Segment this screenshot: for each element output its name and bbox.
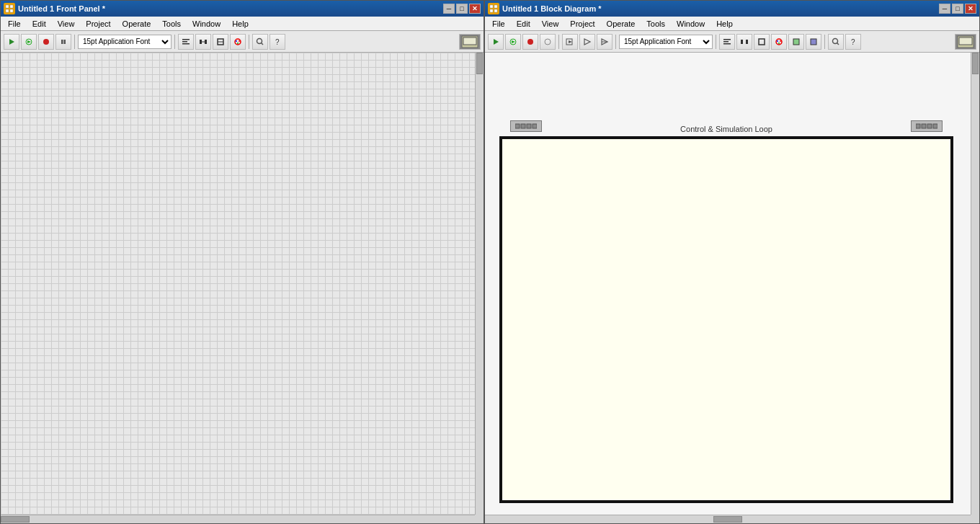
block-diagram-window: Untitled 1 Block Diagram * ─ □ ✕ File Ed…	[484, 0, 980, 524]
bd-search-button[interactable]	[828, 34, 844, 50]
bd-help-button[interactable]: ?	[845, 34, 861, 50]
bd-pause-button[interactable]	[540, 34, 556, 50]
svg-marker-31	[494, 39, 499, 45]
svg-rect-65	[933, 124, 937, 128]
pause-button[interactable]	[55, 34, 71, 50]
bd-menu-tools[interactable]: Tools	[642, 19, 669, 29]
bd-menu-help[interactable]: Help	[712, 19, 737, 29]
block-diagram-title-bar: Untitled 1 Block Diagram * ─ □ ✕	[485, 1, 979, 17]
simulation-loop-label: Control & Simulation Loop	[499, 125, 953, 133]
run-button[interactable]	[4, 34, 19, 50]
svg-rect-9	[64, 40, 66, 44]
svg-text:?: ?	[275, 38, 280, 46]
bd-align-button[interactable]	[719, 34, 735, 50]
bd-menu-file[interactable]: File	[488, 19, 509, 29]
svg-rect-63	[922, 124, 926, 128]
search-button[interactable]	[252, 34, 268, 50]
front-panel-window: Untitled 1 Front Panel * ─ □ ✕ File Edit…	[0, 0, 484, 524]
menu-edit[interactable]: Edit	[28, 19, 50, 29]
block-diagram-title: Untitled 1 Block Diagram *	[502, 4, 936, 13]
front-panel-title-bar: Untitled 1 Front Panel * ─ □ ✕	[1, 1, 484, 17]
svg-rect-45	[746, 40, 748, 44]
bd-color-button[interactable]	[771, 34, 787, 50]
svg-rect-26	[463, 37, 476, 45]
bd-font-selector[interactable]: 15pt Application Font	[619, 35, 713, 49]
bd-menu-operate[interactable]: Operate	[602, 19, 640, 29]
bd-scrollbar-v-thumb[interactable]	[972, 53, 979, 74]
bd-stop-button[interactable]	[522, 34, 538, 50]
diagram-icon-btn[interactable]	[459, 34, 481, 50]
bd-distribute-button[interactable]	[736, 34, 752, 50]
front-panel-menu-bar: File Edit View Project Operate Tools Win…	[1, 17, 484, 31]
menu-tools[interactable]: Tools	[158, 19, 185, 29]
bd-close-button[interactable]: ✕	[965, 4, 976, 14]
bd-menu-view[interactable]: View	[538, 19, 564, 29]
bd-step-into-button[interactable]	[579, 34, 595, 50]
menu-project[interactable]: Project	[81, 19, 115, 29]
bd-menu-edit[interactable]: Edit	[512, 19, 535, 29]
run-continuously-button[interactable]	[21, 34, 37, 50]
front-panel-window-controls: ─ □ ✕	[443, 4, 481, 14]
svg-text:?: ?	[851, 38, 855, 46]
svg-rect-59	[521, 124, 525, 128]
bd-menu-window[interactable]: Window	[672, 19, 709, 29]
menu-operate[interactable]: Operate	[118, 19, 156, 29]
top-left-terminal[interactable]	[510, 120, 542, 132]
menu-help[interactable]: Help	[228, 19, 253, 29]
bd-scrollbar-h-thumb[interactable]	[713, 516, 742, 523]
bd-run-button[interactable]	[488, 34, 504, 50]
svg-line-54	[837, 43, 839, 45]
block-diagram-menu-bar: File Edit View Project Operate Tools Win…	[485, 17, 979, 31]
svg-rect-58	[515, 124, 520, 128]
svg-point-35	[545, 39, 551, 45]
bd-minimize-button[interactable]: ─	[939, 4, 950, 14]
menu-file[interactable]: File	[4, 19, 25, 29]
align-button[interactable]	[178, 34, 194, 50]
stop-button[interactable]	[38, 34, 54, 50]
svg-rect-51	[793, 39, 799, 45]
svg-point-48	[777, 40, 778, 42]
bd-extra1-button[interactable]	[788, 34, 804, 50]
help-button[interactable]: ?	[270, 34, 285, 50]
svg-rect-0	[6, 5, 9, 8]
svg-rect-46	[759, 39, 765, 45]
bd-run-continuously-button[interactable]	[505, 34, 521, 50]
scrollbar-v-thumb[interactable]	[476, 53, 483, 74]
front-panel-toolbar: 15pt Application Font ?	[1, 31, 484, 53]
menu-view[interactable]: View	[53, 19, 79, 29]
svg-rect-41	[723, 39, 731, 40]
minimize-button[interactable]: ─	[443, 4, 455, 14]
font-selector[interactable]: 15pt Application Font	[78, 35, 172, 49]
bd-menu-project[interactable]: Project	[566, 19, 599, 29]
bd-scrollbar-v[interactable]	[971, 53, 979, 515]
svg-rect-64	[927, 124, 932, 128]
resize-button[interactable]	[213, 34, 228, 50]
svg-line-23	[262, 43, 264, 45]
bd-step-button[interactable]	[562, 34, 578, 50]
toolbar-sep-3	[249, 35, 249, 49]
bd-resize-button[interactable]	[754, 34, 770, 50]
bd-diagram-icon-btn[interactable]	[955, 34, 976, 50]
bd-step-out-button[interactable]	[597, 34, 612, 50]
svg-point-19	[236, 40, 237, 42]
front-panel-grid[interactable]	[1, 53, 475, 515]
bd-maximize-button[interactable]: □	[952, 4, 963, 14]
svg-rect-8	[61, 40, 63, 44]
simulation-loop: Control & Simulation Loop	[499, 125, 953, 503]
svg-marker-37	[569, 40, 572, 43]
close-button[interactable]: ✕	[469, 4, 481, 14]
bd-toolbar-sep-2	[615, 35, 616, 49]
bd-scrollbar-h[interactable]	[485, 515, 971, 523]
scrollbar-h-thumb[interactable]	[1, 516, 30, 523]
svg-rect-61	[533, 124, 537, 128]
distribute-button[interactable]	[195, 34, 211, 50]
top-right-terminal[interactable]	[911, 120, 943, 132]
menu-window[interactable]: Window	[188, 19, 225, 29]
maximize-button[interactable]: □	[456, 4, 468, 14]
color-button[interactable]	[230, 34, 246, 50]
bd-extra2-button[interactable]	[806, 34, 821, 50]
block-diagram-canvas[interactable]: Control & Simulation Loop	[485, 53, 971, 515]
simulation-loop-body[interactable]	[499, 136, 953, 503]
front-panel-scrollbar-v[interactable]	[475, 53, 484, 515]
front-panel-scrollbar-h[interactable]	[1, 515, 475, 523]
